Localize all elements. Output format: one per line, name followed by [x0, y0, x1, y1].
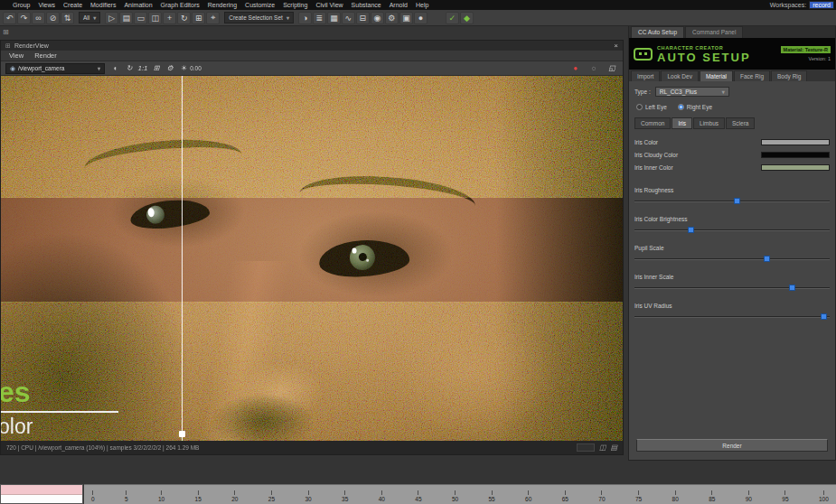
time-tick[interactable]: 95 — [782, 490, 788, 502]
slider-track[interactable] — [634, 201, 830, 202]
aov-select-box[interactable] — [577, 443, 595, 452]
time-tick[interactable]: 85 — [709, 490, 715, 502]
curve-editor-icon[interactable]: ∿ — [342, 12, 355, 24]
cc-nav-tab[interactable]: Face Rig — [734, 70, 770, 81]
time-tick[interactable]: 65 — [562, 490, 568, 502]
camera-select-dropdown[interactable]: ◉ /viewport_camera ▾ — [5, 63, 105, 74]
menu-item[interactable]: Views — [38, 2, 55, 8]
select-and-link-icon[interactable]: ∞ — [32, 12, 45, 24]
material-editor-icon[interactable]: ◉ — [371, 12, 384, 24]
close-icon[interactable]: × — [614, 42, 618, 50]
eye-material-sub-tab[interactable]: Iris — [672, 117, 692, 129]
time-tick[interactable]: 100 — [819, 490, 829, 502]
menu-item[interactable]: Civil View — [315, 2, 343, 8]
time-tick[interactable]: 70 — [598, 490, 605, 502]
listener-script-row[interactable] — [1, 495, 82, 504]
cc-auto-setup-plugin-icon[interactable]: ✓ — [446, 12, 459, 24]
substance-plugin-icon[interactable]: ◆ — [460, 12, 474, 24]
mirror-icon[interactable]: ◑ — [298, 12, 312, 24]
time-tick[interactable]: 35 — [342, 490, 348, 502]
time-tick[interactable]: 60 — [525, 490, 531, 502]
exposure-control[interactable]: ☀ 0.00 — [181, 64, 202, 72]
slider-handle[interactable] — [764, 256, 770, 262]
undo-icon[interactable]: ↶ — [3, 12, 16, 24]
workspaces-selector[interactable]: Workspaces: record — [770, 0, 834, 10]
pivot-center-icon[interactable]: ⌖ — [206, 12, 220, 24]
select-and-scale-icon[interactable]: ⊞ — [192, 12, 205, 24]
eye-material-sub-tab[interactable]: Sclera — [726, 117, 755, 129]
slider-handle[interactable] — [821, 313, 827, 320]
slider-track[interactable] — [634, 287, 830, 289]
renderview-menu-item[interactable]: View — [9, 51, 23, 60]
viewport-layout-icon[interactable]: ⊞ — [3, 28, 9, 36]
eye-radio[interactable]: Right Eye — [678, 104, 712, 110]
time-ruler[interactable]: 0 5 10 15 20 25 — [84, 484, 836, 504]
time-tick[interactable]: 90 — [746, 490, 752, 502]
menu-item[interactable]: Rendering — [208, 2, 237, 8]
ab-wipe-handle[interactable] — [179, 431, 185, 437]
shader-type-dropdown[interactable]: RL_CC3_Plus ▾ — [655, 87, 729, 97]
time-tick[interactable]: 40 — [379, 490, 385, 502]
select-object-icon[interactable]: ▷ — [105, 12, 118, 24]
rendered-frame-icon[interactable]: ▣ — [399, 12, 413, 24]
menu-item[interactable]: Animation — [124, 2, 152, 8]
renderview-titlebar[interactable]: ⊞ RenderView × — [1, 41, 623, 51]
menu-item[interactable]: Help — [416, 2, 428, 8]
eye-material-sub-tab[interactable]: Common — [634, 117, 671, 129]
layer-manager-icon[interactable]: ▦ — [327, 12, 341, 24]
redo-icon[interactable]: ↷ — [17, 12, 31, 24]
time-tick[interactable]: 15 — [195, 490, 202, 502]
align-icon[interactable]: ≣ — [313, 12, 326, 24]
menu-item[interactable]: Modifiers — [90, 2, 116, 8]
zoom-ratio-button[interactable]: 1:1 — [136, 63, 149, 74]
ab-wipe-line[interactable] — [182, 76, 183, 441]
window-menu-icon[interactable]: ⊞ — [5, 42, 11, 50]
render-canvas[interactable]: es olor — [1, 76, 623, 441]
time-tick[interactable]: 25 — [268, 490, 275, 502]
render-button[interactable]: Render — [636, 439, 828, 452]
workspaces-value-field[interactable]: record — [809, 1, 834, 9]
time-tick[interactable]: 50 — [452, 490, 458, 502]
eye-radio[interactable]: Left Eye — [636, 104, 667, 110]
renderview-menu-item[interactable]: Render — [34, 51, 57, 60]
bind-to-space-warp-icon[interactable]: ⇅ — [61, 12, 74, 24]
unlink-selection-icon[interactable]: ⊘ — [46, 12, 60, 24]
slider-track[interactable] — [634, 316, 830, 318]
color-swatch[interactable] — [761, 152, 830, 158]
color-swatch[interactable] — [761, 139, 830, 145]
time-tick[interactable]: 0 — [91, 490, 95, 502]
time-tick[interactable]: 5 — [125, 490, 128, 502]
log-toggle-icon[interactable]: ▤ — [610, 443, 617, 452]
cc-nav-tab[interactable]: Look Dev — [661, 70, 698, 81]
ab-compare-icon[interactable]: ◐ — [109, 63, 122, 74]
refresh-render-icon[interactable]: ↻ — [123, 63, 136, 74]
time-tick[interactable]: 80 — [672, 490, 679, 502]
menu-item[interactable]: Scripting — [283, 2, 307, 8]
schematic-view-icon[interactable]: ⊟ — [356, 12, 370, 24]
time-tick[interactable]: 75 — [635, 490, 642, 502]
select-and-rotate-icon[interactable]: ↻ — [177, 12, 191, 24]
selection-region-icon[interactable]: ▭ — [134, 12, 147, 24]
slider-track[interactable] — [634, 229, 830, 231]
color-swatch[interactable] — [761, 164, 830, 171]
listener-macro-row[interactable] — [1, 485, 82, 495]
time-tick[interactable]: 20 — [231, 490, 238, 502]
slider-handle[interactable] — [688, 227, 694, 233]
cc-nav-tab[interactable]: Material — [700, 70, 733, 81]
slider-handle[interactable] — [734, 198, 740, 204]
selection-filter-dropdown[interactable]: All▾ — [79, 12, 100, 23]
cc-nav-tab[interactable]: Import — [631, 70, 660, 81]
menu-item[interactable]: Graph Editors — [161, 2, 200, 8]
select-by-name-icon[interactable]: ▤ — [119, 12, 133, 24]
menu-item[interactable]: Substance — [352, 2, 381, 8]
menu-item[interactable]: Arnold — [390, 2, 408, 8]
grid-toggle-icon[interactable]: ⊞ — [150, 63, 163, 74]
time-tick[interactable]: 55 — [488, 490, 494, 502]
maxscript-mini-listener[interactable] — [0, 484, 83, 504]
slider-handle[interactable] — [789, 285, 795, 291]
search-icon[interactable]: ◌ — [587, 63, 600, 74]
time-tick[interactable]: 30 — [305, 490, 311, 502]
expand-icon[interactable]: ◱ — [606, 63, 618, 74]
named-selection-set-field[interactable]: Create Selection Set▾ — [224, 12, 294, 23]
display-settings-icon[interactable]: ⚙ — [164, 63, 176, 74]
